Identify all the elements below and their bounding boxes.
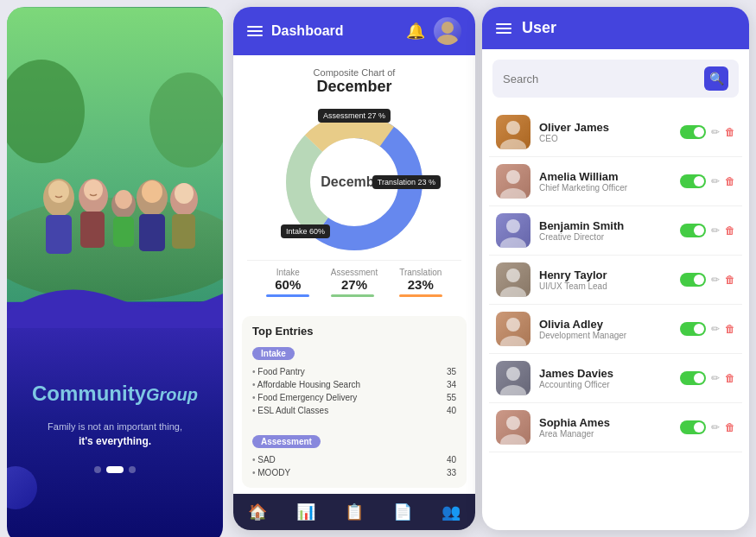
user-role-2: Creative Director <box>539 232 671 242</box>
delete-icon-6[interactable]: 🗑 <box>725 421 735 433</box>
dashboard-title: Dashboard <box>271 23 344 39</box>
user-actions-0: ✏ 🗑 <box>680 125 735 139</box>
user-name-5: James Davies <box>539 367 671 380</box>
top-entries-section: Top Entries Intake Food Pantry35Affordab… <box>242 316 467 488</box>
tagline-line1: Family is not an important thing, <box>48 421 182 432</box>
left-panel: CommunityGroup Family is not an importan… <box>7 7 223 537</box>
entry-value: 33 <box>447 468 456 477</box>
svg-point-15 <box>142 180 162 203</box>
stat-translation-bar <box>399 294 442 297</box>
dot-2[interactable] <box>106 466 124 473</box>
edit-icon-4[interactable]: ✏ <box>711 323 720 335</box>
dot-3[interactable] <box>129 466 136 473</box>
community-title: CommunityGroup <box>32 382 198 407</box>
user-info-3: Henry Taylor UI/UX Team Lead <box>539 268 671 291</box>
delete-icon-5[interactable]: 🗑 <box>725 372 735 384</box>
toggle-4[interactable] <box>680 322 706 336</box>
user-avatar-3 <box>496 262 530 297</box>
user-item: Oliver James CEO ✏ 🗑 <box>489 108 742 157</box>
entry-value: 40 <box>447 455 456 464</box>
toggle-1[interactable] <box>680 174 706 188</box>
left-panel-bottom: CommunityGroup Family is not an importan… <box>7 302 223 537</box>
user-avatar-header[interactable] <box>434 17 461 45</box>
stat-assessment-value: 27% <box>331 277 378 292</box>
header-right: 🔔 <box>406 17 461 45</box>
edit-icon-1[interactable]: ✏ <box>711 175 720 187</box>
delete-icon-0[interactable]: 🗑 <box>725 126 735 138</box>
svg-point-31 <box>506 268 520 282</box>
nav-home[interactable]: 🏠 <box>248 502 267 521</box>
delete-icon-4[interactable]: 🗑 <box>725 323 735 335</box>
svg-point-26 <box>500 139 526 149</box>
hamburger-menu[interactable] <box>247 26 263 36</box>
user-item: James Davies Accounting Officer ✏ 🗑 <box>489 354 742 403</box>
hamburger-line-1 <box>247 26 263 28</box>
toggle-knob-4 <box>694 324 704 334</box>
user-avatar-1 <box>496 164 530 199</box>
user-name-0: Oliver James <box>539 121 671 134</box>
nav-users[interactable]: 👥 <box>442 502 461 521</box>
svg-rect-11 <box>113 217 134 247</box>
toggle-0[interactable] <box>680 125 706 139</box>
user-role-1: Chief Marketing Officer <box>539 183 671 193</box>
intake-entry: ESL Adult Classes40 <box>252 404 456 417</box>
tooltip-assessment: Assessment 27 % <box>318 109 391 123</box>
user-item: Henry Taylor UI/UX Team Lead ✏ 🗑 <box>489 256 742 305</box>
user-actions-5: ✏ 🗑 <box>680 371 735 385</box>
user-name-3: Henry Taylor <box>539 268 671 281</box>
edit-icon-2[interactable]: ✏ <box>711 224 720 237</box>
search-button[interactable]: 🔍 <box>704 66 728 91</box>
edit-icon-3[interactable]: ✏ <box>711 274 720 286</box>
entry-value: 40 <box>447 406 456 415</box>
bottom-nav: 🏠 📊 📋 📄 👥 <box>233 494 475 530</box>
bell-icon[interactable]: 🔔 <box>406 22 425 41</box>
nav-list[interactable]: 📋 <box>345 502 364 521</box>
toggle-5[interactable] <box>680 371 706 385</box>
stat-assessment-label: Assessment <box>331 268 378 277</box>
user-role-0: CEO <box>539 134 671 143</box>
assessment-list: SAD40MOODY33 <box>252 453 456 479</box>
stat-translation-label: Translation <box>399 268 442 277</box>
tooltip-translation: Translation 23 % <box>372 175 441 189</box>
nav-document[interactable]: 📄 <box>393 502 412 521</box>
header-left: Dashboard <box>247 23 344 39</box>
intake-badge: Intake <box>252 347 295 360</box>
intake-entry: Food Emergency Delivery55 <box>252 391 456 404</box>
right-hamburger-menu[interactable] <box>496 23 511 34</box>
search-input[interactable] <box>503 73 697 85</box>
decorative-circle <box>7 466 37 509</box>
svg-point-6 <box>48 180 69 203</box>
tagline-line2: it's everything. <box>79 435 151 447</box>
user-role-6: Area Manager <box>539 429 671 439</box>
svg-point-32 <box>500 287 526 297</box>
user-info-2: Benjamin Smith Creative Director <box>539 219 671 242</box>
svg-point-34 <box>500 336 526 346</box>
edit-icon-0[interactable]: ✏ <box>711 126 720 138</box>
user-info-1: Amelia William Chief Marketing Officer <box>539 170 671 193</box>
assessment-entry: SAD40 <box>252 453 456 466</box>
user-name-4: Olivia Adley <box>539 318 671 331</box>
user-list: Oliver James CEO ✏ 🗑 Amelia William Chie… <box>482 108 749 530</box>
middle-header: Dashboard 🔔 <box>233 7 475 55</box>
search-bar: 🔍 <box>492 60 739 98</box>
edit-icon-6[interactable]: ✏ <box>711 421 720 433</box>
hamburger-line-2 <box>247 30 263 32</box>
toggle-2[interactable] <box>680 224 706 237</box>
stat-assessment-bar <box>331 294 374 297</box>
entry-name: SAD <box>252 455 276 464</box>
entry-name: Food Pantry <box>252 367 305 376</box>
user-actions-1: ✏ 🗑 <box>680 174 735 188</box>
delete-icon-1[interactable]: 🗑 <box>725 175 735 187</box>
carousel-dots[interactable] <box>94 466 136 473</box>
user-item: Benjamin Smith Creative Director ✏ 🗑 <box>489 206 742 256</box>
nav-chart[interactable]: 📊 <box>296 502 315 521</box>
edit-icon-5[interactable]: ✏ <box>711 372 720 384</box>
toggle-3[interactable] <box>680 273 706 287</box>
toggle-6[interactable] <box>680 420 706 434</box>
delete-icon-3[interactable]: 🗑 <box>725 274 735 286</box>
svg-point-25 <box>506 121 520 135</box>
stat-translation-value: 23% <box>399 277 442 292</box>
delete-icon-2[interactable]: 🗑 <box>725 224 735 237</box>
dot-1[interactable] <box>94 466 101 473</box>
svg-point-27 <box>506 170 520 184</box>
